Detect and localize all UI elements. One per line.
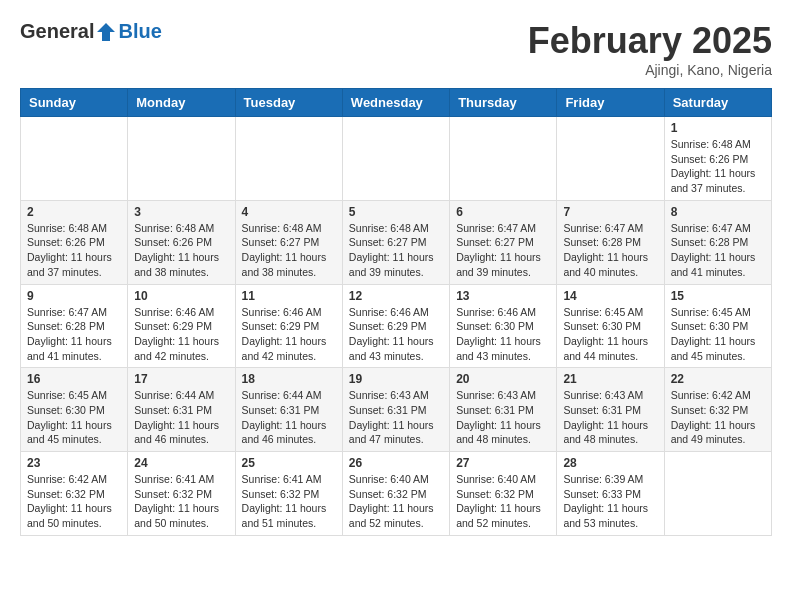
calendar-cell: 12Sunrise: 6:46 AM Sunset: 6:29 PM Dayli… xyxy=(342,284,449,368)
calendar-cell xyxy=(342,117,449,201)
week-row-4: 23Sunrise: 6:42 AM Sunset: 6:32 PM Dayli… xyxy=(21,452,772,536)
day-info: Sunrise: 6:48 AM Sunset: 6:26 PM Dayligh… xyxy=(134,221,228,280)
day-number: 24 xyxy=(134,456,228,470)
day-number: 5 xyxy=(349,205,443,219)
day-number: 6 xyxy=(456,205,550,219)
day-number: 21 xyxy=(563,372,657,386)
weekday-wednesday: Wednesday xyxy=(342,89,449,117)
calendar-cell: 19Sunrise: 6:43 AM Sunset: 6:31 PM Dayli… xyxy=(342,368,449,452)
day-info: Sunrise: 6:40 AM Sunset: 6:32 PM Dayligh… xyxy=(456,472,550,531)
calendar-cell: 26Sunrise: 6:40 AM Sunset: 6:32 PM Dayli… xyxy=(342,452,449,536)
weekday-tuesday: Tuesday xyxy=(235,89,342,117)
calendar-cell xyxy=(557,117,664,201)
day-number: 28 xyxy=(563,456,657,470)
weekday-thursday: Thursday xyxy=(450,89,557,117)
calendar-cell: 17Sunrise: 6:44 AM Sunset: 6:31 PM Dayli… xyxy=(128,368,235,452)
calendar-cell: 21Sunrise: 6:43 AM Sunset: 6:31 PM Dayli… xyxy=(557,368,664,452)
day-number: 27 xyxy=(456,456,550,470)
day-number: 10 xyxy=(134,289,228,303)
day-info: Sunrise: 6:46 AM Sunset: 6:29 PM Dayligh… xyxy=(134,305,228,364)
calendar-cell: 6Sunrise: 6:47 AM Sunset: 6:27 PM Daylig… xyxy=(450,200,557,284)
day-number: 15 xyxy=(671,289,765,303)
week-row-2: 9Sunrise: 6:47 AM Sunset: 6:28 PM Daylig… xyxy=(21,284,772,368)
week-row-3: 16Sunrise: 6:45 AM Sunset: 6:30 PM Dayli… xyxy=(21,368,772,452)
logo-blue-text: Blue xyxy=(118,20,161,42)
day-number: 9 xyxy=(27,289,121,303)
logo-general-text: General xyxy=(20,20,94,43)
week-row-1: 2Sunrise: 6:48 AM Sunset: 6:26 PM Daylig… xyxy=(21,200,772,284)
calendar-cell: 16Sunrise: 6:45 AM Sunset: 6:30 PM Dayli… xyxy=(21,368,128,452)
calendar-cell xyxy=(21,117,128,201)
day-info: Sunrise: 6:46 AM Sunset: 6:29 PM Dayligh… xyxy=(242,305,336,364)
calendar-cell: 10Sunrise: 6:46 AM Sunset: 6:29 PM Dayli… xyxy=(128,284,235,368)
calendar-table: SundayMondayTuesdayWednesdayThursdayFrid… xyxy=(20,88,772,536)
day-info: Sunrise: 6:45 AM Sunset: 6:30 PM Dayligh… xyxy=(27,388,121,447)
day-info: Sunrise: 6:44 AM Sunset: 6:31 PM Dayligh… xyxy=(242,388,336,447)
weekday-monday: Monday xyxy=(128,89,235,117)
day-info: Sunrise: 6:48 AM Sunset: 6:27 PM Dayligh… xyxy=(349,221,443,280)
calendar-cell: 9Sunrise: 6:47 AM Sunset: 6:28 PM Daylig… xyxy=(21,284,128,368)
title-block: February 2025 Ajingi, Kano, Nigeria xyxy=(528,20,772,78)
day-info: Sunrise: 6:43 AM Sunset: 6:31 PM Dayligh… xyxy=(349,388,443,447)
day-number: 8 xyxy=(671,205,765,219)
day-number: 16 xyxy=(27,372,121,386)
logo: General Blue xyxy=(20,20,162,43)
day-info: Sunrise: 6:46 AM Sunset: 6:29 PM Dayligh… xyxy=(349,305,443,364)
weekday-friday: Friday xyxy=(557,89,664,117)
day-number: 11 xyxy=(242,289,336,303)
logo-icon xyxy=(95,21,117,43)
calendar-cell: 14Sunrise: 6:45 AM Sunset: 6:30 PM Dayli… xyxy=(557,284,664,368)
day-number: 20 xyxy=(456,372,550,386)
day-number: 23 xyxy=(27,456,121,470)
svg-marker-0 xyxy=(97,23,115,41)
calendar-cell: 25Sunrise: 6:41 AM Sunset: 6:32 PM Dayli… xyxy=(235,452,342,536)
day-number: 3 xyxy=(134,205,228,219)
calendar-cell: 7Sunrise: 6:47 AM Sunset: 6:28 PM Daylig… xyxy=(557,200,664,284)
day-info: Sunrise: 6:48 AM Sunset: 6:26 PM Dayligh… xyxy=(27,221,121,280)
day-info: Sunrise: 6:44 AM Sunset: 6:31 PM Dayligh… xyxy=(134,388,228,447)
calendar-cell: 11Sunrise: 6:46 AM Sunset: 6:29 PM Dayli… xyxy=(235,284,342,368)
calendar-cell xyxy=(128,117,235,201)
day-info: Sunrise: 6:47 AM Sunset: 6:28 PM Dayligh… xyxy=(563,221,657,280)
calendar-cell: 8Sunrise: 6:47 AM Sunset: 6:28 PM Daylig… xyxy=(664,200,771,284)
day-info: Sunrise: 6:39 AM Sunset: 6:33 PM Dayligh… xyxy=(563,472,657,531)
week-row-0: 1Sunrise: 6:48 AM Sunset: 6:26 PM Daylig… xyxy=(21,117,772,201)
day-number: 13 xyxy=(456,289,550,303)
day-info: Sunrise: 6:41 AM Sunset: 6:32 PM Dayligh… xyxy=(134,472,228,531)
day-number: 18 xyxy=(242,372,336,386)
day-info: Sunrise: 6:43 AM Sunset: 6:31 PM Dayligh… xyxy=(563,388,657,447)
calendar-cell: 22Sunrise: 6:42 AM Sunset: 6:32 PM Dayli… xyxy=(664,368,771,452)
day-info: Sunrise: 6:45 AM Sunset: 6:30 PM Dayligh… xyxy=(671,305,765,364)
day-info: Sunrise: 6:48 AM Sunset: 6:27 PM Dayligh… xyxy=(242,221,336,280)
weekday-saturday: Saturday xyxy=(664,89,771,117)
day-number: 4 xyxy=(242,205,336,219)
calendar-cell: 3Sunrise: 6:48 AM Sunset: 6:26 PM Daylig… xyxy=(128,200,235,284)
month-title: February 2025 xyxy=(528,20,772,62)
day-info: Sunrise: 6:40 AM Sunset: 6:32 PM Dayligh… xyxy=(349,472,443,531)
day-info: Sunrise: 6:43 AM Sunset: 6:31 PM Dayligh… xyxy=(456,388,550,447)
day-info: Sunrise: 6:47 AM Sunset: 6:28 PM Dayligh… xyxy=(671,221,765,280)
weekday-header-row: SundayMondayTuesdayWednesdayThursdayFrid… xyxy=(21,89,772,117)
location: Ajingi, Kano, Nigeria xyxy=(528,62,772,78)
day-info: Sunrise: 6:47 AM Sunset: 6:27 PM Dayligh… xyxy=(456,221,550,280)
day-number: 12 xyxy=(349,289,443,303)
day-number: 17 xyxy=(134,372,228,386)
day-info: Sunrise: 6:46 AM Sunset: 6:30 PM Dayligh… xyxy=(456,305,550,364)
day-info: Sunrise: 6:42 AM Sunset: 6:32 PM Dayligh… xyxy=(671,388,765,447)
day-number: 7 xyxy=(563,205,657,219)
calendar-cell xyxy=(235,117,342,201)
page-header: General Blue February 2025 Ajingi, Kano,… xyxy=(20,20,772,78)
day-info: Sunrise: 6:42 AM Sunset: 6:32 PM Dayligh… xyxy=(27,472,121,531)
weekday-sunday: Sunday xyxy=(21,89,128,117)
day-info: Sunrise: 6:47 AM Sunset: 6:28 PM Dayligh… xyxy=(27,305,121,364)
calendar-cell: 2Sunrise: 6:48 AM Sunset: 6:26 PM Daylig… xyxy=(21,200,128,284)
calendar-body: 1Sunrise: 6:48 AM Sunset: 6:26 PM Daylig… xyxy=(21,117,772,536)
day-number: 14 xyxy=(563,289,657,303)
day-info: Sunrise: 6:41 AM Sunset: 6:32 PM Dayligh… xyxy=(242,472,336,531)
calendar-cell: 13Sunrise: 6:46 AM Sunset: 6:30 PM Dayli… xyxy=(450,284,557,368)
calendar-cell: 18Sunrise: 6:44 AM Sunset: 6:31 PM Dayli… xyxy=(235,368,342,452)
calendar-cell: 28Sunrise: 6:39 AM Sunset: 6:33 PM Dayli… xyxy=(557,452,664,536)
calendar-cell: 27Sunrise: 6:40 AM Sunset: 6:32 PM Dayli… xyxy=(450,452,557,536)
calendar-cell: 15Sunrise: 6:45 AM Sunset: 6:30 PM Dayli… xyxy=(664,284,771,368)
calendar-cell: 23Sunrise: 6:42 AM Sunset: 6:32 PM Dayli… xyxy=(21,452,128,536)
